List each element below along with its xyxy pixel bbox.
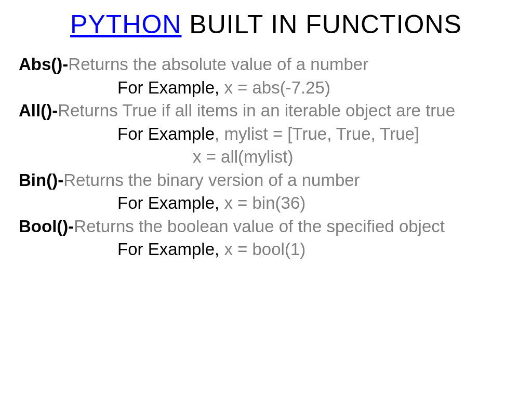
slide-content: PYTHON BUILT IN FUNCTIONS Abs()-Returns … [0, 0, 532, 261]
example-code: x = bool(1) [224, 240, 305, 259]
example-code: , mylist = [True, True, True] [215, 124, 419, 143]
content-body: Abs()-Returns the absolute value of a nu… [19, 53, 513, 261]
fn-desc-all: Returns True if all items in an iterable… [58, 101, 455, 120]
fn-name-all: All()- [19, 101, 58, 120]
function-all: All()-Returns True if all items in an it… [19, 99, 513, 123]
example-code: x = bin(36) [224, 193, 305, 212]
fn-example-all: For Example, mylist = [True, True, True] [19, 123, 513, 146]
fn-desc-bool: Returns the boolean value of the specifi… [74, 217, 445, 236]
fn-example-all-line2: x = all(mylist) [19, 145, 513, 169]
fn-example-bin: For Example, x = bin(36) [19, 192, 513, 215]
fn-desc-bin: Returns the binary version of a number [63, 170, 360, 190]
fn-name-bin: Bin()- [19, 170, 63, 190]
function-bool: Bool()-Returns the boolean value of the … [19, 215, 513, 238]
example-label: For Example [117, 124, 215, 143]
title-python-link[interactable]: PYTHON [70, 10, 181, 39]
fn-name-abs: Abs()- [19, 55, 68, 74]
fn-example-abs: For Example, x = abs(-7.25) [19, 76, 513, 100]
fn-example-bool: For Example, x = bool(1) [19, 238, 513, 261]
fn-desc-abs: Returns the absolute value of a number [68, 55, 368, 74]
slide-title: PYTHON BUILT IN FUNCTIONS [19, 9, 513, 39]
title-rest: BUILT IN FUNCTIONS [181, 10, 461, 39]
example-label: For Example, [117, 78, 224, 97]
example-code: x = abs(-7.25) [224, 78, 330, 97]
example-label: For Example, [117, 193, 224, 212]
fn-name-bool: Bool()- [19, 217, 74, 236]
function-bin: Bin()-Returns the binary version of a nu… [19, 169, 513, 192]
function-abs: Abs()-Returns the absolute value of a nu… [19, 53, 513, 76]
example-code: x = all(mylist) [193, 147, 293, 166]
example-label: For Example, [117, 240, 224, 259]
